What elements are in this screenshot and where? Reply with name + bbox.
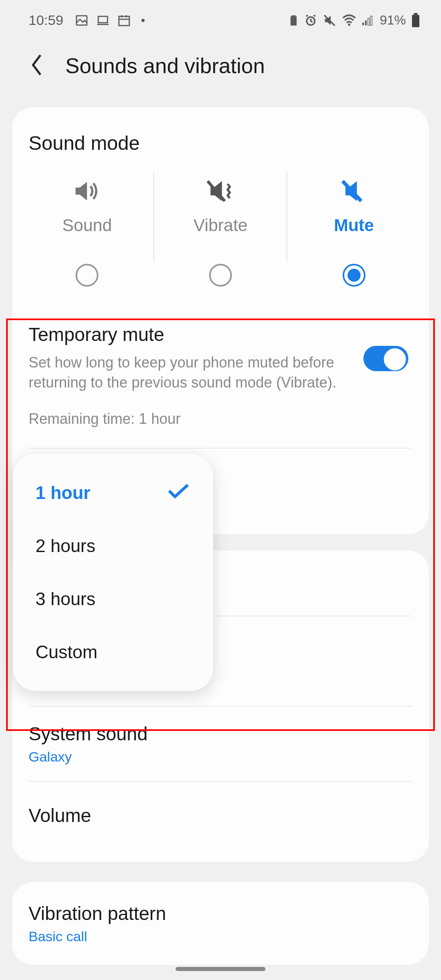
svg-point-4 — [348, 23, 350, 25]
svg-rect-2 — [119, 16, 129, 26]
temporary-mute-section[interactable]: Temporary mute Set how long to keep your… — [12, 299, 429, 428]
battery-saver-icon — [288, 14, 299, 27]
svg-rect-8 — [370, 16, 372, 25]
duration-label: 1 hour — [36, 483, 90, 503]
svg-rect-1 — [98, 16, 108, 23]
status-right: 91% — [288, 13, 421, 28]
duration-option-2hours[interactable]: 2 hours — [13, 519, 213, 572]
status-left: 10:59 • — [29, 12, 145, 28]
duration-popup: 1 hour 2 hours 3 hours Custom — [13, 454, 213, 691]
duration-label: 2 hours — [36, 536, 96, 556]
vibration-pattern-value: Basic call — [29, 929, 412, 944]
vibration-card: Vibration pattern Basic call — [12, 882, 429, 965]
vibrate-icon — [206, 179, 235, 203]
svg-rect-9 — [412, 15, 419, 27]
duration-option-custom[interactable]: Custom — [13, 626, 213, 679]
sound-mode-label: Vibrate — [194, 216, 247, 235]
header: Sounds and vibration — [0, 36, 441, 107]
duration-label: Custom — [36, 642, 98, 662]
sound-mode-title: Sound mode — [12, 132, 429, 179]
sound-mode-option-mute[interactable]: Mute — [287, 179, 421, 287]
vibration-pattern-row[interactable]: Vibration pattern Basic call — [12, 898, 429, 961]
status-time: 10:59 — [29, 12, 63, 28]
duration-option-3hours[interactable]: 3 hours — [13, 572, 213, 626]
wifi-icon — [341, 14, 357, 27]
radio-unchecked[interactable] — [76, 264, 98, 287]
battery-icon — [411, 13, 421, 28]
sound-mode-option-vibrate[interactable]: Vibrate — [154, 179, 287, 287]
system-sound-title: System sound — [29, 723, 412, 745]
mute-icon — [323, 13, 336, 27]
duration-option-1hour[interactable]: 1 hour — [13, 466, 213, 519]
vibration-pattern-title: Vibration pattern — [29, 902, 412, 924]
volume-row[interactable]: Volume — [12, 782, 429, 849]
check-icon — [166, 483, 191, 503]
sound-mode-label: Mute — [334, 216, 374, 235]
svg-rect-6 — [365, 20, 367, 25]
temporary-mute-description: Set how long to keep your phone muted be… — [29, 353, 347, 392]
sound-mode-label: Sound — [62, 216, 112, 235]
duration-label: 3 hours — [36, 589, 96, 609]
svg-rect-5 — [362, 22, 364, 25]
signal-icon — [362, 14, 375, 27]
radio-unchecked[interactable] — [209, 264, 232, 287]
sound-mode-option-sound[interactable]: Sound — [20, 179, 154, 287]
more-indicator-icon: • — [141, 13, 145, 27]
volume-title: Volume — [29, 804, 412, 826]
status-bar: 10:59 • 91% — [0, 0, 441, 36]
temporary-mute-remaining: Remaining time: 1 hour — [29, 410, 412, 428]
page-title: Sounds and vibration — [65, 53, 265, 78]
image-icon — [75, 13, 89, 27]
svg-rect-10 — [414, 13, 418, 15]
back-icon[interactable] — [29, 53, 45, 79]
temporary-mute-title: Temporary mute — [29, 323, 412, 345]
sound-mode-row: Sound Vibrate Mute — [12, 179, 429, 287]
laptop-icon — [96, 13, 110, 27]
alarm-icon — [304, 13, 318, 27]
battery-percent: 91% — [380, 13, 406, 28]
system-sound-value: Galaxy — [29, 749, 412, 765]
nav-bar-indicator[interactable] — [176, 967, 265, 971]
mute-mode-icon — [340, 179, 368, 203]
svg-rect-7 — [368, 18, 370, 25]
calendar-icon — [117, 13, 131, 27]
system-sound-row[interactable]: System sound Galaxy — [12, 706, 429, 781]
radio-checked[interactable] — [343, 264, 365, 287]
sound-icon — [73, 179, 101, 203]
temporary-mute-toggle[interactable] — [363, 346, 408, 371]
